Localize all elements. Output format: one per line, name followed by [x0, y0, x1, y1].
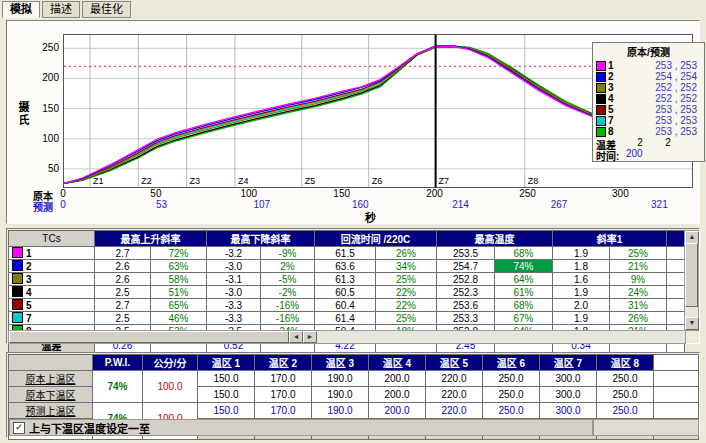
tc-cell-value: 61.5 [315, 247, 376, 260]
zone-temp-value[interactable]: 190.0 [312, 371, 369, 387]
tc-table-group-header[interactable]: 斜率1 [553, 231, 667, 247]
tc-table-row[interactable]: 52.765%-3.3-16%60.422%253.668%2.031% [9, 299, 685, 312]
zone-label: Z1 [93, 176, 104, 186]
legend-entry: 8253 , 253 [596, 126, 701, 137]
legend-entry-values: 253 , 253 [618, 126, 701, 137]
zone-temp-value[interactable]: 200.0 [369, 387, 426, 403]
legend-entry-id: 2 [608, 71, 618, 82]
tc-table-row[interactable]: 72.546%-3.3-16%61.425%253.367%1.926% [9, 312, 685, 325]
legend-tempdiff-pred: 2 [654, 137, 682, 148]
legend-entry-values: 252 , 252 [618, 82, 701, 93]
zone-temp-value[interactable]: 170.0 [255, 403, 312, 419]
zone-temp-value[interactable]: 220.0 [426, 371, 483, 387]
zone-row-label[interactable]: 原本下温区 [9, 387, 93, 403]
axis-row-label-predicted: 预测 [33, 199, 53, 214]
legend-tempdiff-label: 温差 [596, 137, 626, 148]
zone-temp-value[interactable]: 150.0 [198, 387, 255, 403]
tc-cell-value: 253.5 [437, 247, 495, 260]
tc-table-row[interactable]: 32.658%-3.1-5%61.325%252.864%1.69% [9, 273, 685, 286]
legend-entry: 2254 , 254 [596, 71, 701, 82]
tc-cell-percent: 25% [610, 247, 667, 260]
scroll-down-icon[interactable]: ▼ [685, 317, 699, 330]
zone-temp-value[interactable]: 250.0 [483, 371, 540, 387]
hscroll-thumb[interactable] [9, 331, 289, 343]
tc-table-group-header[interactable]: 最高上升斜率 [95, 231, 207, 247]
x-tick-pred: 267 [537, 199, 581, 210]
tc-cell-value: 1.9 [553, 247, 610, 260]
tc-table-row[interactable]: 42.551%-3.0-2%60.522%252.361%1.924% [9, 286, 685, 299]
tc-cell-value: 1.9 [553, 312, 610, 325]
tc-cell-percent: 21% [610, 260, 667, 273]
zone-temp-value[interactable]: 250.0 [483, 403, 540, 419]
tab-strip: 模拟 描述 最佳化 [2, 1, 133, 18]
zone-temp-value[interactable]: 200.0 [369, 403, 426, 419]
tc-table-group-header[interactable]: 最高下降斜率 [207, 231, 315, 247]
tc-table-hscrollbar[interactable]: ◄ ► [8, 330, 686, 344]
tc-cell-percent: 25% [376, 312, 437, 325]
zone-temp-value[interactable]: 190.0 [312, 387, 369, 403]
zone-temp-value[interactable]: 200.0 [369, 371, 426, 387]
tc-table-row[interactable]: 12.772%-3.2-9%61.526%253.568%1.925% [9, 247, 685, 260]
conveyor-speed-value[interactable]: 100.0 [143, 371, 198, 403]
legend-swatch-icon [596, 116, 606, 126]
zone-temp-value[interactable]: 250.0 [597, 403, 654, 419]
tc-table-filler-header [667, 231, 685, 247]
tc-cell-value: -3.2 [207, 247, 261, 260]
zone-row-label[interactable]: 预测上温区 [9, 403, 93, 419]
tc-cell-value: 2.5 [95, 312, 151, 325]
zone-table-header: 温区 8 [597, 355, 654, 371]
checkbox-icon[interactable]: ✓ [13, 422, 25, 434]
zone-temp-value[interactable]: 300.0 [540, 403, 597, 419]
zone-table-filler-header [654, 355, 699, 371]
tab-description[interactable]: 描述 [42, 1, 80, 18]
legend-entry-id: 5 [608, 104, 618, 115]
tc-cell-value: 63.6 [315, 260, 376, 273]
zone-temp-value[interactable]: 250.0 [483, 387, 540, 403]
tc-table-row[interactable]: 22.663%-3.02%63.634%254.774%1.821% [9, 260, 685, 273]
zone-table-header: 温区 7 [540, 355, 597, 371]
zone-temp-value[interactable]: 170.0 [255, 387, 312, 403]
zone-temp-value[interactable]: 150.0 [198, 403, 255, 419]
zone-temp-value[interactable]: 220.0 [426, 387, 483, 403]
legend-swatch-icon [596, 105, 606, 115]
tc-row-label: 1 [9, 247, 95, 260]
tc-table-group-header[interactable]: 回流时间 /220C [315, 231, 437, 247]
zone-temp-value[interactable]: 300.0 [540, 371, 597, 387]
legend-entry-values: 254 , 254 [618, 71, 701, 82]
tc-color-swatch [12, 273, 23, 284]
tc-cell-value: 1.6 [553, 273, 610, 286]
tc-row-label: 5 [9, 299, 95, 312]
x-tick-orig: 300 [598, 188, 642, 199]
tab-optimize[interactable]: 最佳化 [82, 1, 131, 18]
zone-temp-value[interactable]: 300.0 [540, 387, 597, 403]
tc-cell-value: 61.3 [315, 273, 376, 286]
tc-cell-value: 253.3 [437, 312, 495, 325]
tc-row-label: 3 [9, 273, 95, 286]
zone-temp-value[interactable]: 170.0 [255, 371, 312, 387]
scroll-left-icon[interactable]: ◄ [289, 331, 303, 343]
tc-color-swatch [12, 286, 23, 297]
link-zones-checkbox-row[interactable]: ✓ 上与下温区温度设定一至 [9, 419, 593, 436]
zone-row-label[interactable]: 原本上温区 [9, 371, 93, 387]
zone-temp-value[interactable]: 190.0 [312, 403, 369, 419]
legend-time-value: 200 [626, 148, 643, 159]
y-tick-label: 250 [33, 42, 59, 53]
tc-cell-value: 2.0 [553, 299, 610, 312]
scroll-right-icon[interactable]: ► [303, 331, 317, 343]
tc-row-label: 4 [9, 286, 95, 299]
legend-swatch-icon [596, 61, 606, 71]
tc-table-group-header[interactable]: 最高温度 [437, 231, 553, 247]
zone-cell-filler [654, 403, 699, 419]
tc-cell-filler [667, 286, 685, 299]
zone-temp-value[interactable]: 220.0 [426, 403, 483, 419]
zone-temp-value[interactable]: 250.0 [597, 387, 654, 403]
zone-table-header: 温区 2 [255, 355, 312, 371]
vscroll-thumb[interactable] [685, 243, 698, 307]
legend-entry-values: 253 , 253 [618, 60, 701, 71]
zone-temp-value[interactable]: 150.0 [198, 371, 255, 387]
tc-table-vscrollbar[interactable]: ▲ ▼ [684, 230, 699, 331]
tab-simulate[interactable]: 模拟 [2, 1, 40, 18]
x-tick-pred: 53 [140, 199, 184, 210]
tc-cell-percent: 2% [261, 260, 315, 273]
zone-temp-value[interactable]: 250.0 [597, 371, 654, 387]
